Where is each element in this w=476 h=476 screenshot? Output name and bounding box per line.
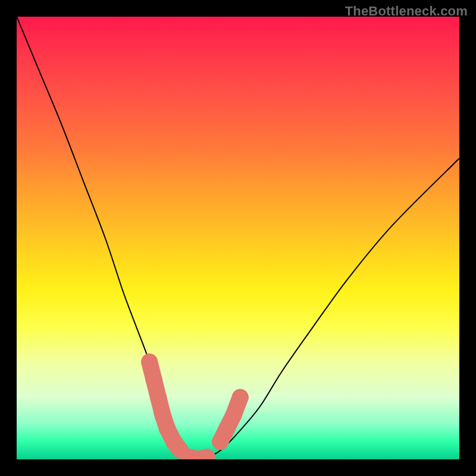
bottleneck-curve-svg [17, 17, 459, 459]
chart-frame: TheBottleneck.com [0, 0, 476, 476]
marker-right [232, 389, 249, 406]
watermark-text: TheBottleneck.com [345, 4, 468, 19]
plot-area [17, 17, 459, 459]
